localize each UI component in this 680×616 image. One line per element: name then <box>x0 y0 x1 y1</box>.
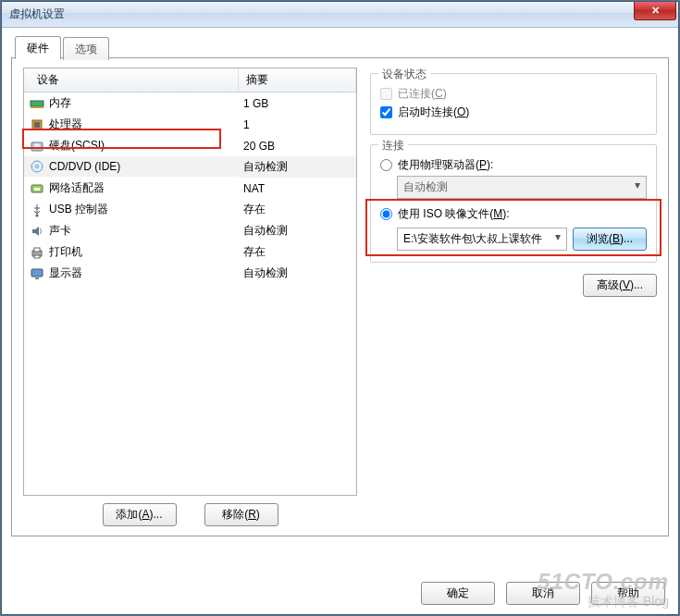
cancel-button[interactable]: 取消 <box>506 582 580 605</box>
svg-point-10 <box>36 214 39 216</box>
device-row-sound[interactable]: 声卡 自动检测 <box>24 220 356 241</box>
svg-point-7 <box>36 166 39 168</box>
client-area: 硬件 选项 设备 摘要 内存 <box>2 28 678 614</box>
svg-rect-13 <box>34 255 40 258</box>
poweron-checkbox-input[interactable] <box>380 106 392 118</box>
advanced-row: 高级(V)... <box>370 274 657 297</box>
printer-icon <box>30 245 44 260</box>
col-summary[interactable]: 摘要 <box>238 68 356 92</box>
connection-group: 连接 使用物理驱动器(P): 自动检测 使用 ISO 映像文件(M): E:\安… <box>370 144 657 263</box>
add-button[interactable]: 添加(A)... <box>103 503 177 526</box>
right-pane: 设备状态 已连接(C) 启动时连接(O) 连接 使用物理驱动器(P): <box>370 68 657 526</box>
disk-icon <box>30 139 44 154</box>
browse-button[interactable]: 浏览(B)... <box>573 228 647 251</box>
advanced-button[interactable]: 高级(V)... <box>583 274 657 297</box>
device-row-printer[interactable]: 打印机 存在 <box>24 241 356 263</box>
svg-rect-12 <box>34 248 40 252</box>
svg-rect-15 <box>35 277 39 279</box>
device-row-cpu[interactable]: 处理器 1 <box>24 114 356 135</box>
connection-legend: 连接 <box>378 138 408 154</box>
ok-button[interactable]: 确定 <box>421 582 495 605</box>
device-row-usb[interactable]: USB 控制器 存在 <box>24 199 356 220</box>
use-iso-radio[interactable]: 使用 ISO 映像文件(M): <box>380 206 647 222</box>
tab-options[interactable]: 选项 <box>63 37 109 60</box>
usb-icon <box>30 203 44 217</box>
connected-checkbox[interactable]: 已连接(C) <box>380 86 647 102</box>
svg-rect-0 <box>31 101 43 106</box>
cd-icon <box>30 159 44 174</box>
use-physical-radio[interactable]: 使用物理驱动器(P): <box>380 157 647 173</box>
tab-hardware[interactable]: 硬件 <box>15 36 61 59</box>
device-row-cd[interactable]: CD/DVD (IDE) 自动检测 <box>24 156 356 178</box>
display-icon <box>30 266 44 281</box>
use-physical-radio-input[interactable] <box>380 159 392 171</box>
col-device[interactable]: 设备 <box>24 68 238 92</box>
device-list[interactable]: 设备 摘要 内存 1 GB 处理器 1 <box>23 68 357 496</box>
remove-button[interactable]: 移除(R) <box>204 503 278 526</box>
window-title: 虚拟机设置 <box>9 6 65 22</box>
svg-rect-9 <box>34 188 40 191</box>
svg-rect-3 <box>34 122 40 128</box>
physical-drive-combo[interactable]: 自动检测 <box>397 176 647 199</box>
settings-window: 虚拟机设置 ✕ 硬件 选项 设备 摘要 <box>1 1 679 615</box>
poweron-checkbox[interactable]: 启动时连接(O) <box>380 105 647 120</box>
connected-checkbox-input[interactable] <box>380 88 392 100</box>
status-legend: 设备状态 <box>378 67 430 82</box>
tabbar: 硬件 选项 <box>11 35 669 58</box>
sound-icon <box>30 224 44 239</box>
titlebar[interactable]: 虚拟机设置 ✕ <box>2 2 678 28</box>
device-row-memory[interactable]: 内存 1 GB <box>24 92 356 115</box>
device-row-disk[interactable]: 硬盘(SCSI) 20 GB <box>24 135 356 156</box>
close-icon: ✕ <box>651 5 660 17</box>
device-status-group: 设备状态 已连接(C) 启动时连接(O) <box>370 73 657 135</box>
svg-point-5 <box>34 143 40 149</box>
device-buttons: 添加(A)... 移除(R) <box>23 503 357 526</box>
cpu-icon <box>30 117 44 132</box>
svg-rect-14 <box>31 269 43 277</box>
iso-path-combo[interactable]: E:\安装软件包\大叔上课软件 <box>397 228 567 251</box>
memory-icon <box>30 96 44 111</box>
tab-page: 设备 摘要 内存 1 GB 处理器 1 <box>11 57 669 536</box>
svg-rect-1 <box>31 106 43 108</box>
left-pane: 设备 摘要 内存 1 GB 处理器 1 <box>23 68 357 526</box>
dialog-buttons: 确定 取消 帮助 <box>2 582 678 605</box>
use-iso-radio-input[interactable] <box>380 208 392 220</box>
device-row-display[interactable]: 显示器 自动检测 <box>24 263 356 284</box>
nic-icon <box>30 181 44 196</box>
close-button[interactable]: ✕ <box>634 2 676 20</box>
device-row-nic[interactable]: 网络适配器 NAT <box>24 178 356 199</box>
help-button[interactable]: 帮助 <box>591 582 665 605</box>
